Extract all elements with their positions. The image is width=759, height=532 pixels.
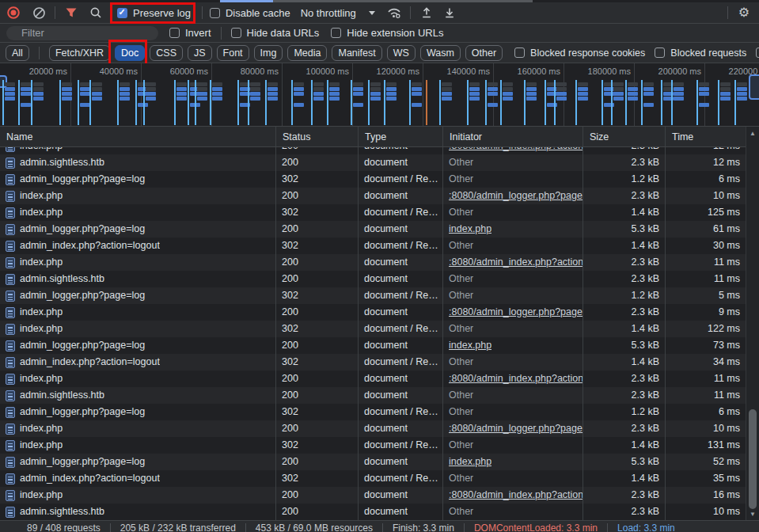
column-header-type[interactable]: Type xyxy=(359,127,443,146)
filter-input[interactable] xyxy=(20,26,162,40)
column-header-name[interactable]: Name xyxy=(0,127,276,146)
preserve-log-checkbox[interactable] xyxy=(117,8,127,18)
timeline-overview[interactable]: 20000 ms40000 ms60000 ms80000 ms100000 m… xyxy=(0,63,759,127)
filter-chip-img[interactable]: Img xyxy=(254,45,283,61)
cell-name: admin_logger.php?page=log xyxy=(0,337,276,354)
chevron-down-icon[interactable] xyxy=(369,11,375,15)
waterfall-bar xyxy=(613,97,624,101)
blocked-requests-checkbox[interactable] xyxy=(655,48,665,58)
cell-initiator: Other xyxy=(443,271,583,287)
initiator-link[interactable]: index.php xyxy=(449,454,491,470)
initiator-link[interactable]: index.php xyxy=(449,337,491,354)
request-row[interactable]: index.php200document:8080/admin_index.ph… xyxy=(0,254,746,271)
column-header-size[interactable]: Size xyxy=(583,127,666,146)
initiator-link[interactable]: index.php xyxy=(449,221,491,238)
cell-name: admin.sightless.htb xyxy=(0,504,276,520)
status-item: 205 kB / 232 kB transferred xyxy=(120,522,236,532)
scrollbar-up-arrow-icon[interactable]: ▲ xyxy=(749,130,757,137)
invert-checkbox[interactable] xyxy=(169,28,180,38)
cell-name: admin_logger.php?page=log xyxy=(0,287,276,304)
request-row[interactable]: admin.sightless.htb200documentOther2.3 k… xyxy=(0,271,746,287)
table-scrollbar[interactable]: ▲ ▼ xyxy=(746,127,759,520)
request-row[interactable]: admin_index.php?action=logout302document… xyxy=(0,354,746,370)
request-row[interactable]: index.php200document:8080/admin_logger.p… xyxy=(0,188,746,204)
cell-initiator: Other xyxy=(443,404,583,420)
waterfall-bar xyxy=(643,87,654,91)
hide-data-urls-checkbox[interactable] xyxy=(231,28,241,38)
filter-chip-font[interactable]: Font xyxy=(217,45,249,61)
request-row[interactable]: index.php302document / Re…Other1.4 kB131… xyxy=(0,437,746,454)
column-header-time[interactable]: Time xyxy=(666,127,746,146)
waterfall-request-line xyxy=(554,80,556,125)
scrollbar-thumb[interactable] xyxy=(749,409,757,509)
request-row[interactable]: index.php200document:8080/admin_logger.p… xyxy=(0,304,746,321)
request-row[interactable]: admin_logger.php?page=log200documentinde… xyxy=(0,337,746,354)
filter-chip-all[interactable]: All xyxy=(6,45,29,61)
filter-chip-js[interactable]: JS xyxy=(188,45,212,61)
request-row[interactable]: admin.sightless.htb200documentOther2.3 k… xyxy=(0,387,746,404)
column-header-status[interactable]: Status xyxy=(276,127,359,146)
request-row[interactable]: admin.sightless.htb200documentOther2.3 k… xyxy=(0,154,746,171)
request-row[interactable]: admin_logger.php?page=log200documentinde… xyxy=(0,221,746,238)
waterfall-bar xyxy=(268,87,278,91)
export-har-button[interactable] xyxy=(441,4,458,21)
initiator-link[interactable]: :8080/admin_logger.php?page= xyxy=(449,188,583,204)
filter-chip-other[interactable]: Other xyxy=(465,45,503,61)
waterfall-bar xyxy=(442,82,452,86)
initiator-link[interactable]: :8080/admin_index.php?action= xyxy=(449,254,583,271)
request-row[interactable]: index.php200document:8080/admin_index.ph… xyxy=(0,487,746,504)
initiator-link[interactable]: :8080/admin_logger.php?page= xyxy=(449,304,583,321)
scrollbar-down-arrow-icon[interactable]: ▼ xyxy=(749,511,757,518)
filter-chip-wasm[interactable]: Wasm xyxy=(420,45,461,61)
waterfall-bar xyxy=(578,87,588,91)
cell-status: 200 xyxy=(276,504,359,520)
filter-chip-fetch-xhr[interactable]: Fetch/XHR xyxy=(49,45,110,61)
request-row[interactable]: index.php302document / Re…Other1.4 kB122… xyxy=(0,321,746,337)
initiator-link[interactable]: :8080/admin_index.php?action= xyxy=(449,370,583,387)
cell-size: 5.3 kB xyxy=(583,454,666,470)
initiator-link[interactable]: :8080/admin_logger.php?page= xyxy=(449,420,583,437)
request-row[interactable]: admin_logger.php?page=log302document / R… xyxy=(0,171,746,188)
request-row[interactable]: admin_index.php?action=logout302document… xyxy=(0,238,746,254)
request-row[interactable]: admin_logger.php?page=log200documentinde… xyxy=(0,454,746,470)
initiator-link[interactable]: :8080/admin_index.php?action= xyxy=(449,147,583,154)
record-button[interactable] xyxy=(5,4,22,21)
timeline-tick-label: 40000 ms xyxy=(70,66,138,76)
hide-extension-urls-checkbox[interactable] xyxy=(331,28,341,38)
request-row[interactable]: admin_logger.php?page=log302document / R… xyxy=(0,404,746,420)
throttling-select-value[interactable]: No throttling xyxy=(301,7,356,19)
request-row[interactable]: admin.sightless.htb200documentOther2.3 k… xyxy=(0,504,746,520)
initiator-link[interactable]: :8080/admin_index.php?action= xyxy=(449,487,583,504)
waterfall-bar xyxy=(488,82,498,86)
request-row[interactable]: index.php200document:8080/admin_logger.p… xyxy=(0,420,746,437)
request-row[interactable]: index.php200document:8080/admin_index.ph… xyxy=(0,370,746,387)
waterfall-bar xyxy=(294,103,304,107)
search-button[interactable] xyxy=(87,4,104,21)
timeline-right-handle[interactable] xyxy=(749,74,759,100)
filter-chip-doc[interactable]: Doc xyxy=(115,45,145,61)
settings-button[interactable]: ⚙ xyxy=(735,4,753,21)
filter-chip-media[interactable]: Media xyxy=(287,45,327,61)
blocked-response-cookies-checkbox[interactable] xyxy=(514,48,525,58)
filter-chip-manifest[interactable]: Manifest xyxy=(332,45,381,61)
clear-button[interactable] xyxy=(30,4,47,21)
request-row[interactable]: index.php200document:8080/admin_index.ph… xyxy=(0,147,746,154)
import-arrow-up-icon xyxy=(420,6,433,19)
request-row[interactable]: admin_logger.php?page=log302document / R… xyxy=(0,287,746,304)
filter-toggle-button[interactable] xyxy=(63,4,80,21)
hide-data-urls-group: Hide data URLs xyxy=(231,27,320,39)
request-row[interactable]: admin_index.php?action=logout302document… xyxy=(0,470,746,487)
import-har-button[interactable] xyxy=(418,4,435,21)
cell-size: 2.3 kB xyxy=(583,504,666,520)
filter-chip-ws[interactable]: WS xyxy=(387,45,416,61)
disable-cache-checkbox[interactable] xyxy=(210,8,220,18)
network-conditions-button[interactable] xyxy=(385,4,403,21)
waterfall-bar xyxy=(386,82,397,86)
3rd-party-requests-checkbox[interactable] xyxy=(756,48,759,58)
waterfall-bar xyxy=(556,82,567,86)
filter-chip-css[interactable]: CSS xyxy=(150,45,183,61)
waterfall-bar xyxy=(526,92,537,96)
request-row[interactable]: index.php302document / Re…Other1.4 kB125… xyxy=(0,204,746,221)
column-header-initiator[interactable]: Initiator xyxy=(443,127,583,146)
waterfall-bar xyxy=(62,82,72,86)
